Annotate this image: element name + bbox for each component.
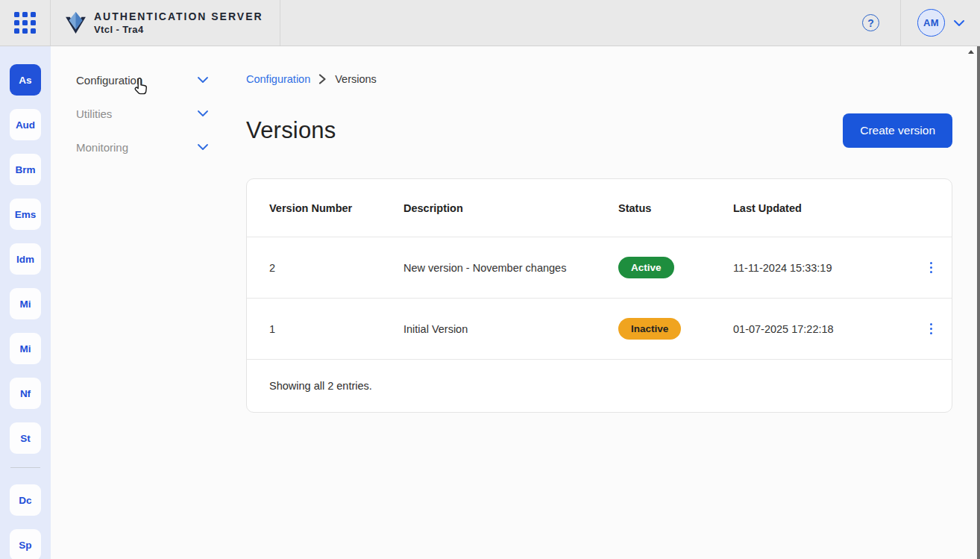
nav-item-utilities[interactable]: Utilities [76, 104, 209, 122]
page-title: Versions [246, 117, 336, 144]
cell-version-number: 1 [269, 323, 403, 335]
section-nav: Configuration Utilities Monitoring [51, 46, 227, 559]
chevron-down-icon [197, 143, 209, 151]
app-subtitle: Vtcl - Tra4 [94, 24, 263, 35]
breadcrumb: Configuration Versions [246, 73, 952, 85]
sidebar-item-as[interactable]: As [10, 64, 41, 96]
nav-item-label: Configuration [76, 74, 142, 87]
cell-last-updated: 11-11-2024 15:33:19 [733, 262, 911, 274]
module-sidebar: As Aud Brm Ems Idm Mi Mi Nf St Dc Sp [0, 46, 51, 559]
chevron-down-icon [953, 19, 965, 27]
status-badge: Active [618, 257, 674, 278]
cell-version-number: 2 [269, 262, 403, 274]
column-header-description: Description [403, 202, 618, 214]
nav-item-configuration[interactable]: Configuration [76, 71, 209, 89]
breadcrumb-link-configuration[interactable]: Configuration [246, 73, 310, 85]
account-menu[interactable]: AM [901, 0, 980, 46]
nav-item-monitoring[interactable]: Monitoring [76, 138, 209, 156]
sidebar-item-sp[interactable]: Sp [10, 529, 41, 559]
cell-last-updated: 01-07-2025 17:22:18 [733, 323, 911, 335]
sidebar-item-mi-2[interactable]: Mi [10, 333, 41, 364]
table-header-row: Version Number Description Status Last U… [247, 179, 952, 237]
sidebar-item-dc[interactable]: Dc [10, 484, 41, 516]
create-version-button[interactable]: Create version [843, 113, 952, 148]
column-header-last-updated: Last Updated [733, 202, 911, 214]
sidebar-item-brm[interactable]: Brm [10, 154, 41, 185]
column-header-version-number: Version Number [269, 202, 403, 214]
scrollbar-track[interactable] [977, 46, 980, 559]
scroll-up-arrow[interactable] [968, 50, 974, 54]
chevron-down-icon [197, 110, 209, 117]
nav-item-label: Monitoring [76, 141, 128, 154]
top-header: AUTHENTICATION SERVER Vtcl - Tra4 ? AM [0, 0, 980, 46]
sidebar-item-idm[interactable]: Idm [10, 243, 41, 275]
grid-menu-icon [14, 12, 36, 34]
sidebar-item-nf[interactable]: Nf [10, 378, 41, 409]
sidebar-item-mi-1[interactable]: Mi [10, 288, 41, 319]
row-actions-kebab-icon[interactable] [926, 257, 937, 278]
brand-block: AUTHENTICATION SERVER Vtcl - Tra4 [51, 0, 280, 46]
chevron-right-icon [318, 74, 327, 84]
breadcrumb-current: Versions [335, 73, 377, 85]
sidebar-item-ems[interactable]: Ems [10, 199, 41, 230]
chevron-down-icon [197, 76, 209, 84]
versions-table: Version Number Description Status Last U… [246, 178, 952, 413]
table-row: 1 Initial Version Inactive 01-07-2025 17… [247, 299, 952, 360]
help-icon[interactable]: ? [862, 14, 879, 31]
app-window: AUTHENTICATION SERVER Vtcl - Tra4 ? AM A… [0, 0, 980, 559]
table-footer: Showing all 2 entries. [247, 360, 952, 412]
cell-description: Initial Version [403, 323, 618, 335]
app-logo-icon [66, 12, 86, 34]
nav-item-label: Utilities [76, 107, 112, 120]
table-row: 2 New version - November changes Active … [247, 237, 952, 299]
sidebar-item-st[interactable]: St [10, 422, 41, 454]
app-title: AUTHENTICATION SERVER [94, 10, 263, 22]
entries-summary: Showing all 2 entries. [269, 380, 911, 392]
sidebar-divider [10, 467, 40, 468]
row-actions-kebab-icon[interactable] [926, 319, 937, 340]
app-launcher-button[interactable] [0, 0, 51, 46]
avatar[interactable]: AM [917, 9, 945, 37]
cell-description: New version - November changes [403, 262, 618, 274]
brand-text: AUTHENTICATION SERVER Vtcl - Tra4 [94, 10, 263, 35]
column-header-status: Status [618, 202, 733, 214]
status-badge: Inactive [618, 318, 681, 340]
main-content: Configuration Versions Versions Create v… [227, 46, 980, 559]
sidebar-item-aud[interactable]: Aud [10, 109, 41, 140]
